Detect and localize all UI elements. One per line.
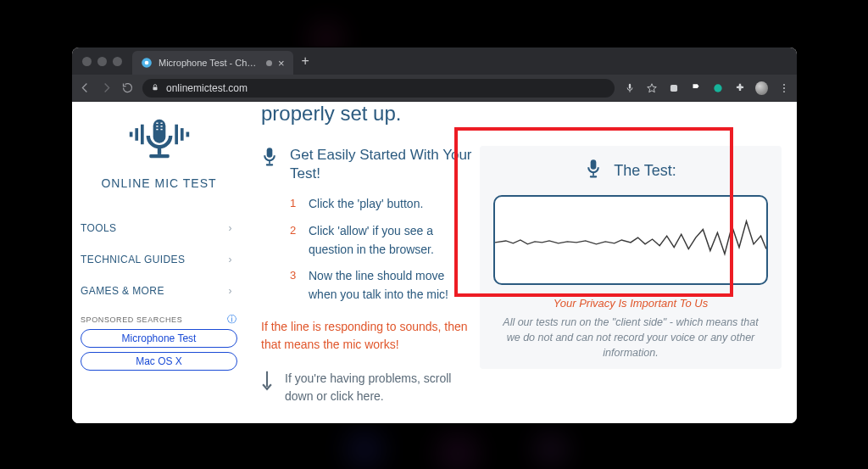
mic-permission-icon[interactable]	[623, 81, 636, 94]
tab-title: Microphone Test - Check	[159, 58, 260, 68]
toolbar-icons	[623, 81, 790, 94]
svg-rect-15	[156, 129, 158, 130]
extensions-button[interactable]	[733, 81, 746, 94]
bookmark-star-icon[interactable]	[645, 81, 658, 94]
svg-point-5	[714, 84, 721, 92]
sidebar-item-label: GAMES & MORE	[81, 285, 164, 297]
privacy-text: All our tests run on the "client side" -…	[497, 315, 765, 360]
sidebar-item-label: TOOLS	[81, 222, 116, 234]
forward-button[interactable]	[100, 81, 113, 94]
mic-icon	[261, 146, 278, 313]
test-label: The Test:	[614, 162, 676, 180]
browser-tab[interactable]: Microphone Test - Check ×	[132, 51, 293, 75]
sidebar-item-tools[interactable]: TOOLS ›	[72, 212, 246, 243]
svg-rect-19	[129, 132, 132, 137]
svg-rect-29	[591, 159, 597, 170]
get-started-block: Get Easily Started With Your Test! 1Clic…	[261, 146, 473, 313]
svg-rect-13	[156, 126, 158, 126]
svg-rect-11	[156, 123, 158, 124]
privacy-block: Your Privacy Is Important To Us All our …	[493, 297, 768, 360]
step-item: 2Click 'allow' if you see a question in …	[290, 222, 473, 259]
sponsored-label: SPONSORED SEARCHES	[81, 315, 182, 324]
ad-link-mac-os-x[interactable]: Mac OS X	[81, 352, 237, 371]
site-logo[interactable]: ONLINE MIC TEST	[72, 109, 246, 193]
site-brand-text: ONLINE MIC TEST	[72, 176, 246, 190]
privacy-heading: Your Privacy Is Important To Us	[497, 297, 765, 310]
ad-info-icon[interactable]: ⓘ	[227, 313, 237, 326]
step-item: 3Now the line should move when you talk …	[290, 267, 473, 304]
svg-rect-9	[153, 120, 165, 143]
back-button[interactable]	[79, 81, 92, 94]
svg-point-8	[783, 91, 785, 92]
svg-rect-27	[266, 164, 273, 165]
svg-rect-22	[175, 125, 178, 144]
sidebar-item-technical-guides[interactable]: TECHNICAL GUIDES ›	[72, 243, 246, 275]
svg-rect-12	[160, 123, 162, 124]
page-viewport[interactable]: ONLINE MIC TEST TOOLS › TECHNICAL GUIDES…	[72, 102, 797, 423]
svg-rect-2	[153, 87, 158, 90]
main-content: properly set up. Get Easily Started With…	[246, 102, 797, 423]
lock-icon	[151, 81, 159, 96]
svg-rect-14	[160, 126, 162, 126]
url-field[interactable]: onlinemictest.com	[142, 79, 615, 98]
sidebar-nav: TOOLS › TECHNICAL GUIDES › GAMES & MORE …	[72, 212, 246, 306]
arrow-down-icon	[261, 370, 273, 395]
profile-avatar[interactable]	[755, 81, 768, 94]
tab-favicon-icon	[141, 57, 153, 69]
chevron-right-icon: ›	[229, 285, 232, 297]
svg-rect-4	[670, 84, 676, 91]
extension-1-icon[interactable]	[667, 81, 680, 94]
browser-window: Microphone Test - Check × + onlinemictes…	[72, 47, 797, 423]
svg-point-7	[783, 87, 785, 89]
chevron-right-icon: ›	[229, 222, 232, 234]
site-sidebar: ONLINE MIC TEST TOOLS › TECHNICAL GUIDES…	[72, 102, 246, 423]
responding-text: If the line is responding to sounds, the…	[261, 318, 473, 355]
steps-list: 1Click the 'play' button. 2Click 'allow'…	[290, 195, 473, 304]
step-item: 1Click the 'play' button.	[290, 195, 473, 214]
minimize-window-button[interactable]	[97, 57, 107, 66]
svg-point-1	[145, 61, 149, 65]
problems-hint[interactable]: If you're having problems, scroll down o…	[261, 370, 473, 405]
svg-rect-3	[628, 83, 630, 88]
address-bar: onlinemictest.com	[72, 75, 797, 102]
zoom-window-button[interactable]	[113, 57, 122, 66]
traffic-lights	[72, 57, 132, 66]
extension-3-icon[interactable]	[711, 81, 724, 94]
svg-rect-30	[593, 172, 594, 176]
audio-indicator-icon[interactable]	[266, 60, 272, 66]
svg-rect-16	[160, 129, 162, 130]
extension-2-icon[interactable]	[689, 81, 702, 94]
ad-link-microphone-test[interactable]: Microphone Test	[81, 329, 237, 348]
mic-icon	[585, 158, 602, 183]
reload-button[interactable]	[121, 81, 134, 94]
test-panel: The Test: Your Privacy Is Important To U…	[480, 146, 782, 369]
waveform-display[interactable]	[493, 195, 768, 285]
svg-rect-24	[186, 132, 189, 137]
svg-rect-26	[269, 160, 270, 164]
close-window-button[interactable]	[82, 57, 92, 66]
svg-point-6	[783, 83, 785, 85]
sidebar-item-games-more[interactable]: GAMES & MORE ›	[72, 275, 246, 306]
menu-button[interactable]	[777, 81, 790, 94]
svg-rect-21	[141, 125, 144, 144]
close-tab-button[interactable]: ×	[278, 58, 285, 69]
url-text: onlinemictest.com	[166, 82, 248, 94]
svg-rect-25	[267, 148, 273, 158]
sponsored-block: SPONSORED SEARCHES ⓘ Microphone Test Mac…	[72, 313, 246, 371]
problems-text: If you're having problems, scroll down o…	[285, 370, 473, 405]
svg-rect-18	[149, 154, 169, 158]
sidebar-item-label: TECHNICAL GUIDES	[81, 254, 185, 265]
svg-rect-23	[180, 128, 183, 141]
svg-rect-20	[135, 128, 138, 141]
new-tab-button[interactable]: +	[302, 53, 309, 69]
page-heading-fragment: properly set up.	[261, 102, 782, 126]
titlebar: Microphone Test - Check × +	[72, 47, 797, 75]
get-started-title: Get Easily Started With Your Test!	[290, 146, 473, 183]
svg-rect-17	[157, 147, 160, 154]
svg-rect-31	[590, 176, 597, 177]
chevron-right-icon: ›	[229, 254, 232, 265]
